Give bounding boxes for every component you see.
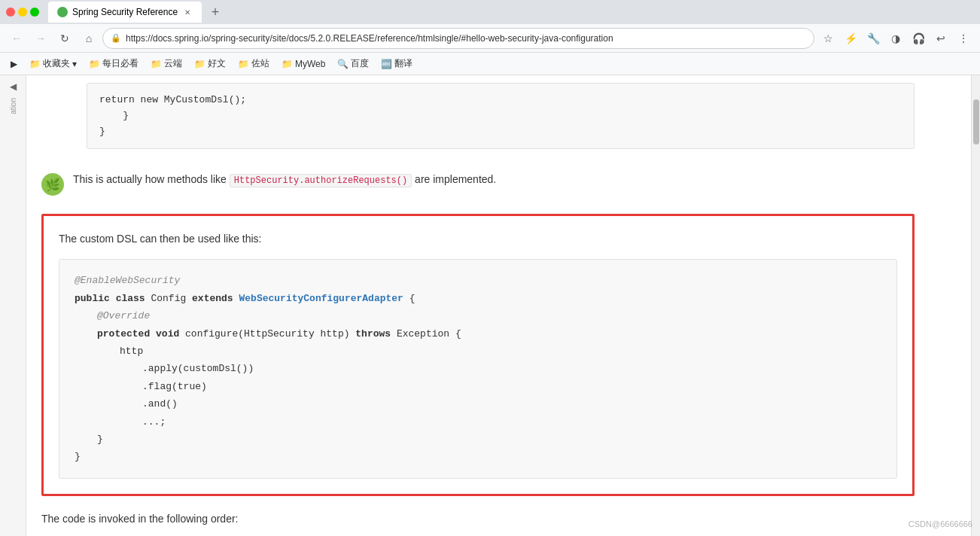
code-close-brace-inner: } <box>99 110 129 121</box>
browser-frame: Spring Security Reference ✕ + ← → ↻ ⌂ 🔒 … <box>0 0 980 536</box>
code-line-2: public class Config extends WebSecurityC… <box>75 290 881 307</box>
bookmark-daily-label: 每日必看 <box>102 57 138 70</box>
top-code-block: return new MyCustomDsl(); } } <box>87 83 915 149</box>
bookmark-sidebar-toggle[interactable]: ▶ <box>6 57 22 71</box>
bookmark-articles[interactable]: 📁 好文 <box>190 56 230 72</box>
extensions-btn[interactable]: 🔧 <box>863 28 884 49</box>
code-line-9: ...; <box>142 413 881 431</box>
undo-btn[interactable]: ↩ <box>930 28 951 49</box>
title-bar: Spring Security Reference ✕ + <box>0 0 980 24</box>
left-panel-label: ation <box>9 98 17 114</box>
bookmark-myweb[interactable]: 📁 MyWeb <box>277 57 330 71</box>
code-line-11: } <box>75 448 881 465</box>
bookmark-daily[interactable]: 📁 每日必看 <box>84 56 143 72</box>
menu-btn[interactable]: ⋮ <box>953 28 974 49</box>
info-icon: 🌿 <box>41 173 64 196</box>
code-line-3: @Override <box>97 307 881 324</box>
bookmark-translate-label: 翻译 <box>394 57 412 70</box>
doc-content: return new MyCustomDsl(); } } 🌿 This is … <box>26 83 930 536</box>
nav-bar: ← → ↻ ⌂ 🔒 https://docs.spring.io/spring-… <box>0 24 980 53</box>
code-line-5: http <box>120 343 881 360</box>
section-intro-text: The custom DSL can then be used like thi… <box>59 231 897 247</box>
maximize-btn[interactable] <box>30 8 39 17</box>
bookmark-cloud-label: 云端 <box>164 57 182 70</box>
minimize-btn[interactable] <box>18 8 27 17</box>
bookmark-translate[interactable]: 🔤 翻译 <box>376 56 417 72</box>
url-text: https://docs.spring.io/spring-security/s… <box>126 33 806 44</box>
code-line-6: .apply(customDsl()) <box>142 360 881 377</box>
bookmark-cloud[interactable]: 📁 云端 <box>146 56 187 72</box>
bookmark-star[interactable]: ☆ <box>817 28 838 49</box>
bookmark-myweb-label: MyWeb <box>295 59 325 69</box>
nav-actions: ☆ ⚡ 🔧 ◑ 🎧 ↩ ⋮ <box>817 28 974 49</box>
bookmark-cloud-icon: 📁 <box>151 59 162 69</box>
bookmark-baidu-icon: 🔍 <box>337 59 348 69</box>
tab-title: Spring Security Reference <box>72 7 178 17</box>
code-line-10: } <box>97 431 881 448</box>
info-note-box: 🌿 This is actually how methods like Http… <box>41 164 915 203</box>
new-tab-btn[interactable]: + <box>205 2 226 23</box>
bookmark-baidu[interactable]: 🔍 百度 <box>333 56 373 72</box>
highlighted-section: The custom DSL can then be used like thi… <box>41 214 915 495</box>
address-bar[interactable]: 🔒 https://docs.spring.io/spring-security… <box>102 28 814 49</box>
info-inline-code: HttpSecurity.authorizeRequests() <box>230 174 412 187</box>
info-text-before: This is actually how methods like <box>73 173 230 185</box>
info-text: This is actually how methods like HttpSe… <box>73 172 496 187</box>
content-area: ◀ ation return new MyCustomDsl(); } } 🌿 … <box>0 75 980 536</box>
bookmark-site[interactable]: 📁 佐站 <box>233 56 274 72</box>
bookmarks-bar: ▶ 📁 收藏夹 ▾ 📁 每日必看 📁 云端 📁 好文 📁 佐站 📁 MyWeb … <box>0 53 980 75</box>
home-btn[interactable]: ⌂ <box>78 28 99 49</box>
bookmark-articles-label: 好文 <box>208 57 226 70</box>
bookmark-translate-icon: 🔤 <box>381 59 392 69</box>
tab-favicon <box>57 7 68 17</box>
code-line-1: @EnableWebSecurity <box>75 272 881 289</box>
code-line-8: .and() <box>142 395 881 413</box>
close-btn[interactable] <box>6 8 15 17</box>
order-text: The code is invoked in the following ord… <box>41 511 915 527</box>
bookmark-daily-icon: 📁 <box>89 59 100 69</box>
code-close-brace-outer: } <box>99 126 105 137</box>
scrollbar-thumb[interactable] <box>973 99 979 145</box>
headphone-btn[interactable]: 🎧 <box>908 28 929 49</box>
forward-btn[interactable]: → <box>30 28 51 49</box>
bookmark-favorites[interactable]: 📁 收藏夹 ▾ <box>25 56 81 72</box>
code-line-7: .flag(true) <box>142 378 881 395</box>
bookmark-site-icon: 📁 <box>238 59 249 69</box>
ssl-icon: 🔒 <box>111 33 121 43</box>
bookmark-folder-icon: 📁 <box>29 59 41 69</box>
page-content[interactable]: return new MyCustomDsl(); } } 🌿 This is … <box>26 75 971 536</box>
watermark: CSDN@6666666 <box>908 519 972 528</box>
code-block-main: @EnableWebSecurity public class Config e… <box>59 259 897 478</box>
code-return-line: return new MyCustomDsl(); <box>99 94 246 105</box>
bookmark-articles-icon: 📁 <box>194 59 205 69</box>
left-panel-nav[interactable]: ◀ <box>10 81 17 92</box>
refresh-btn[interactable]: ↻ <box>54 28 75 49</box>
active-tab[interactable]: Spring Security Reference ✕ <box>48 2 202 23</box>
back-btn[interactable]: ← <box>6 28 27 49</box>
window-controls <box>6 8 39 17</box>
tab-close-btn[interactable]: ✕ <box>182 7 193 17</box>
code-line-4: protected void configure(HttpSecurity ht… <box>97 325 881 343</box>
bookmark-myweb-icon: 📁 <box>282 59 293 69</box>
bookmark-favorites-label: 收藏夹 <box>43 57 70 70</box>
bookmark-site-label: 佐站 <box>251 57 269 70</box>
bookmark-baidu-label: 百度 <box>351 57 369 70</box>
left-sidebar: ◀ ation <box>0 75 26 536</box>
info-text-after: are implemented. <box>415 173 496 185</box>
scrollbar-track[interactable] <box>971 75 980 536</box>
theme-btn[interactable]: ◑ <box>885 28 906 49</box>
lightning-btn[interactable]: ⚡ <box>840 28 861 49</box>
